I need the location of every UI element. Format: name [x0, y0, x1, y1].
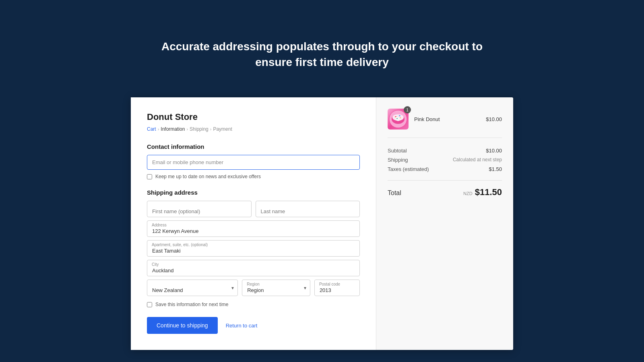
shipping-row: Shipping Calculated at next step: [388, 157, 502, 163]
breadcrumb-cart[interactable]: Cart: [147, 126, 156, 132]
postal-label: Postal code: [319, 282, 340, 286]
checkout-container: Donut Store Cart › Information › Shippin…: [131, 97, 513, 350]
total-label: Total: [388, 189, 401, 197]
breadcrumb-payment: Payment: [213, 126, 232, 132]
email-input[interactable]: [147, 155, 360, 170]
summary-rows: Subtotal $10.00 Shipping Calculated at n…: [388, 148, 502, 172]
region-label: Region: [247, 282, 260, 286]
address-label: Address: [152, 223, 167, 227]
save-info-label: Save this information for next time: [155, 302, 228, 307]
last-name-input[interactable]: [256, 201, 360, 217]
newsletter-label: Keep me up to date on news and exclusive…: [155, 174, 261, 179]
shipping-value: Calculated at next step: [453, 157, 502, 163]
separator-3: ›: [210, 127, 212, 132]
taxes-value: $1.50: [489, 166, 502, 172]
first-name-field: [147, 201, 252, 217]
region-field: Region Region: [242, 280, 310, 296]
city-field-wrap: City: [147, 260, 360, 276]
taxes-label: Taxes (estimated): [388, 166, 429, 172]
header: Accurate addressing populates through to…: [153, 0, 491, 97]
shipping-label: Shipping: [388, 157, 408, 163]
subtotal-row: Subtotal $10.00: [388, 148, 502, 154]
continue-button[interactable]: Continue to shipping: [147, 317, 218, 334]
product-row: 1 Pink Donut $10.00: [388, 109, 502, 138]
apartment-field-wrap: Apartment, suite, etc. (optional): [147, 240, 360, 257]
address-field-wrap: Address: [147, 220, 360, 237]
header-text: Accurate addressing populates through to…: [153, 19, 491, 84]
save-info-checkbox[interactable]: [147, 302, 152, 307]
country-field: Country/Region New Zealand: [147, 280, 238, 296]
name-row: [147, 201, 360, 217]
separator-1: ›: [158, 127, 159, 132]
postal-field: Postal code: [314, 280, 360, 296]
total-row: Total NZD $11.50: [388, 180, 502, 197]
apartment-label: Apartment, suite, etc. (optional): [152, 243, 208, 247]
save-info-row: Save this information for next time: [147, 302, 360, 307]
city-input[interactable]: [147, 260, 360, 276]
newsletter-row: Keep me up to date on news and exclusive…: [147, 174, 360, 179]
total-amount-wrap: NZD $11.50: [463, 187, 502, 197]
product-name: Pink Donut: [414, 116, 486, 122]
city-label: City: [152, 262, 159, 267]
return-link[interactable]: Return to cart: [226, 323, 258, 329]
newsletter-checkbox[interactable]: [147, 174, 152, 179]
product-img-wrap: 1: [388, 109, 409, 130]
product-badge: 1: [404, 106, 411, 113]
left-panel: Donut Store Cart › Information › Shippin…: [131, 97, 376, 350]
last-name-field: [256, 201, 360, 217]
total-currency: NZD: [463, 191, 473, 196]
subtotal-label: Subtotal: [388, 148, 407, 154]
total-amount: $11.50: [475, 187, 502, 197]
right-panel: 1 Pink Donut $10.00 Subtotal $10.00 Ship…: [376, 97, 513, 350]
contact-section-title: Contact information: [147, 143, 360, 150]
country-row: Country/Region New Zealand Region Region…: [147, 280, 360, 296]
separator-2: ›: [186, 127, 188, 132]
subtotal-value: $10.00: [486, 148, 502, 154]
first-name-input[interactable]: [147, 201, 252, 217]
shipping-section-title: Shipping address: [147, 189, 360, 196]
breadcrumb-information: Information: [161, 126, 185, 132]
button-row: Continue to shipping Return to cart: [147, 317, 360, 334]
breadcrumb: Cart › Information › Shipping › Payment: [147, 126, 360, 132]
product-price: $10.00: [486, 116, 502, 122]
address-input[interactable]: [147, 220, 360, 237]
country-select[interactable]: New Zealand: [147, 280, 238, 296]
breadcrumb-shipping: Shipping: [190, 126, 208, 132]
product-info: Pink Donut: [414, 116, 486, 122]
store-name: Donut Store: [147, 112, 360, 122]
taxes-row: Taxes (estimated) $1.50: [388, 166, 502, 172]
